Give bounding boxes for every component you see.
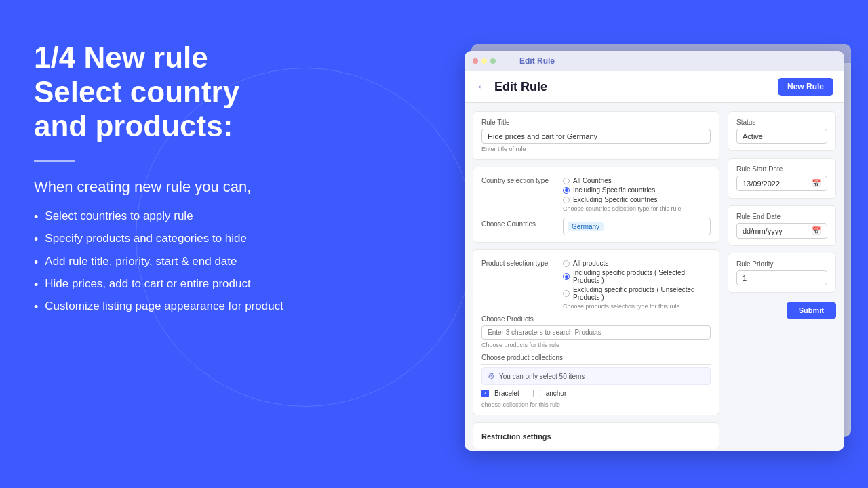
germany-tag: Germany <box>568 222 604 231</box>
rule-title-label: Rule Title <box>481 119 711 126</box>
browser-window: Edit Rule ← Edit Rule New Rule <box>465 51 844 451</box>
start-date-label: Rule Start Date <box>736 165 827 173</box>
country-radio-group: All Countries Including Specific countri… <box>563 177 711 203</box>
radio-excluding-products[interactable] <box>563 290 570 297</box>
right-panel: Edit Rule Edit Rule ← Edit Rule New Rule <box>434 0 868 488</box>
bullet-item-3: Add rule title, priority, start & end da… <box>34 255 400 270</box>
radio-all-products[interactable] <box>563 260 570 267</box>
edit-rule-header: ← Edit Rule New Rule <box>465 71 844 103</box>
page-title: Edit Rule <box>494 80 547 94</box>
bullet-item-5: Customize listing page appearance for pr… <box>34 300 400 315</box>
form-right-col: Status Active Rule Start Date 13/09/2022 <box>728 111 836 451</box>
product-option-all[interactable]: All products <box>563 260 711 267</box>
choose-collections-label: Choose product collections <box>481 354 711 361</box>
restriction-settings-section[interactable]: Restriction settings <box>473 422 719 449</box>
left-panel: 1/4 New rule Select country and products… <box>0 0 434 488</box>
form-area: Rule Title Enter title of rule Country s… <box>465 103 844 451</box>
priority-section: Rule Priority <box>728 253 836 293</box>
products-hint: Choose products for this rule <box>481 342 711 348</box>
country-selection-section: Country selection type All Countries <box>473 167 719 243</box>
main-heading: 1/4 New rule Select country and products… <box>34 41 400 144</box>
status-label: Status <box>736 119 827 126</box>
collections-divider <box>481 364 711 365</box>
choose-products-label: Choose Products <box>481 315 711 323</box>
collections-hint: choose collection for this rule <box>481 401 711 408</box>
product-radio-group: All products Including specific products… <box>563 260 711 301</box>
country-option-excluding[interactable]: Excluding Specific countries <box>563 196 711 203</box>
priority-input[interactable] <box>736 270 827 285</box>
collections-row: Bracelet anchor <box>481 388 711 399</box>
titlebar-dot-red <box>473 58 478 64</box>
back-arrow-icon[interactable]: ← <box>475 80 489 94</box>
countries-tags: Germany <box>563 218 711 235</box>
titlebar-title: Edit Rule <box>519 56 555 66</box>
start-date-value: 13/09/2022 <box>743 180 780 188</box>
radio-including-countries[interactable] <box>563 187 570 194</box>
choose-countries-label: Choose Countries <box>481 218 556 228</box>
bracelet-checkbox[interactable] <box>481 390 489 397</box>
country-options: All Countries Including Specific countri… <box>563 174 711 212</box>
collection-bracelet[interactable]: Bracelet <box>481 388 519 399</box>
form-left-col: Rule Title Enter title of rule Country s… <box>473 111 719 451</box>
product-row: Product selection type All products <box>481 257 711 310</box>
calendar-icon-start: 📅 <box>812 179 821 188</box>
radio-including-products[interactable] <box>563 273 570 280</box>
end-date-input[interactable]: dd/mm/yyyy 📅 <box>736 223 827 239</box>
product-options: All products Including specific products… <box>563 257 711 310</box>
submit-button[interactable]: Submit <box>787 302 836 319</box>
rule-title-section: Rule Title Enter title of rule <box>473 111 719 160</box>
restriction-settings-label: Restriction settings <box>481 432 551 441</box>
choose-countries-row: Choose Countries Germany <box>481 218 711 235</box>
title-row: ← Edit Rule <box>475 80 547 94</box>
bullet-item-1: Select countries to apply rule <box>34 209 400 225</box>
product-option-excluding[interactable]: Excluding specific products ( Unselected… <box>563 286 711 301</box>
country-selection-label: Country selection type <box>481 174 556 184</box>
end-date-value: dd/mm/yyyy <box>743 227 783 235</box>
gear-icon: ⚙ <box>488 371 495 381</box>
collections-info-text: You can only select 50 items <box>499 373 585 380</box>
calendar-icon-end: 📅 <box>812 226 821 235</box>
country-hint: Choose countries selection type for this… <box>563 205 711 212</box>
radio-all-countries[interactable] <box>563 178 570 184</box>
collections-info-bar: ⚙ You can only select 50 items <box>481 367 711 385</box>
bullet-item-4: Hide prices, add to cart or entire produ… <box>34 277 400 293</box>
bullet-list: Select countries to apply rule Specify p… <box>34 209 400 323</box>
radio-excluding-countries[interactable] <box>563 197 570 203</box>
countries-tags-input[interactable]: Germany <box>563 218 711 235</box>
priority-label: Rule Priority <box>736 260 827 268</box>
browser-titlebar: Edit Rule <box>465 51 844 71</box>
status-select[interactable]: Active <box>736 129 827 144</box>
rule-title-hint: Enter title of rule <box>481 146 711 152</box>
product-selection-section: Product selection type All products <box>473 249 719 415</box>
titlebar-dot-green <box>490 58 496 64</box>
product-option-including[interactable]: Including specific products ( Selected P… <box>563 269 711 284</box>
products-search-input[interactable] <box>481 325 711 340</box>
start-date-input[interactable]: 13/09/2022 📅 <box>736 176 827 191</box>
new-rule-button[interactable]: New Rule <box>778 78 833 96</box>
country-row: Country selection type All Countries <box>481 174 711 212</box>
browser-content[interactable]: ← Edit Rule New Rule Rule Title Enter ti… <box>465 71 844 451</box>
titlebar-dot-yellow <box>481 58 487 64</box>
sub-heading: When creating new rule you can, <box>34 178 400 196</box>
bullet-item-2: Specify products and categories to hide <box>34 232 400 247</box>
country-option-all[interactable]: All Countries <box>563 177 711 184</box>
anchor-checkbox[interactable] <box>533 390 540 397</box>
product-selection-label: Product selection type <box>481 257 556 267</box>
status-section: Status Active <box>728 111 836 151</box>
end-date-label: Rule End Date <box>736 213 827 220</box>
end-date-section: Rule End Date dd/mm/yyyy 📅 <box>728 205 836 246</box>
start-date-section: Rule Start Date 13/09/2022 📅 <box>728 158 836 199</box>
product-hint: Choose products selection type for this … <box>563 303 711 310</box>
rule-title-input[interactable] <box>481 129 711 144</box>
heading-divider <box>34 160 75 162</box>
country-option-including[interactable]: Including Specific countries <box>563 186 711 194</box>
collection-anchor[interactable]: anchor <box>533 388 567 399</box>
